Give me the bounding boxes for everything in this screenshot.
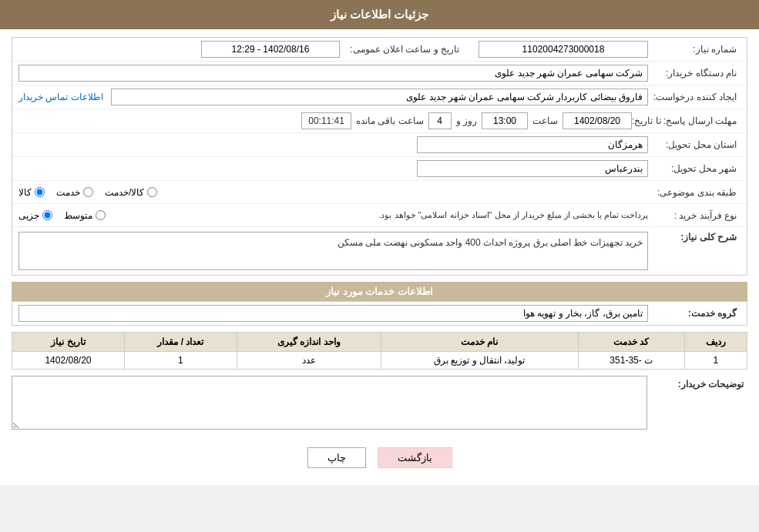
purchase-motavaset-radio[interactable] — [96, 210, 106, 220]
page-wrapper: جزئیات اطلاعات نیاز شماره نیاز: 11020042… — [0, 0, 759, 485]
print-button[interactable]: چاپ — [307, 447, 366, 468]
creator-label: ایجاد کننده درخواست: — [648, 92, 741, 102]
cell-row: 1 — [684, 352, 747, 370]
purchase-note: پرداخت تمام یا بخشی از مبلغ خریدار از مح… — [117, 210, 648, 220]
purchase-jozii-radio[interactable] — [42, 210, 52, 220]
back-button[interactable]: بازگشت — [378, 447, 452, 468]
need-number-value: 1102004273000018 — [479, 41, 648, 58]
cell-date: 1402/08/20 — [12, 352, 125, 370]
deadline-remaining: 00:11:41 — [301, 112, 351, 129]
services-section-title: اطلاعات خدمات مورد نیاز — [12, 282, 747, 301]
deadline-time: 13:00 — [482, 112, 528, 129]
category-kala-khedmat-radio[interactable] — [147, 187, 157, 197]
category-kala-khedmat[interactable]: کالا/خدمت — [105, 187, 157, 198]
category-khedmat[interactable]: خدمت — [56, 187, 93, 198]
buyer-name-label: نام دستگاه خریدار: — [648, 68, 741, 79]
main-form-section: شماره نیاز: 1102004273000018 تاریخ و ساع… — [12, 37, 747, 276]
row-buyer-comments: توضیحات خریدار: — [12, 370, 747, 438]
services-table: ردیف کد خدمت نام خدمت واحد اندازه گیری ت… — [12, 332, 747, 370]
col-quantity: تعداد / مقدار — [124, 333, 237, 352]
province-value: هرمزگان — [417, 136, 648, 153]
city-value: بندرعباس — [417, 160, 648, 177]
col-code: کد خدمت — [578, 333, 684, 352]
cell-quantity: 1 — [124, 352, 237, 370]
category-radio-group: کالا/خدمت خدمت کالا — [18, 187, 648, 198]
deadline-date: 1402/08/20 — [563, 112, 632, 129]
row-need-number: شماره نیاز: 1102004273000018 تاریخ و ساع… — [12, 38, 747, 62]
buyer-name-value: شرکت سهامی عمران شهر جدید علوی — [18, 65, 648, 82]
col-date: تاریخ نیاز — [12, 333, 125, 352]
buyer-comments-container — [12, 376, 647, 432]
category-khedmat-radio[interactable] — [83, 187, 93, 197]
col-name: نام خدمت — [381, 333, 578, 352]
footer-buttons: بازگشت چاپ — [12, 438, 747, 477]
category-label: طبقه بندی موضوعی: — [648, 187, 741, 198]
announcement-date-label: تاریخ و ساعت اعلان عمومی: — [340, 44, 463, 55]
cell-code: ت -35-351 — [578, 352, 684, 370]
purchase-motavaset[interactable]: متوسط — [64, 210, 106, 221]
deadline-days-label: روز و — [456, 115, 477, 126]
creator-value: فاروق بیضائی کاربردار شرکت سهامی عمران ش… — [111, 89, 648, 105]
cell-name: تولید، انتقال و توزیع برق — [381, 352, 578, 370]
col-unit: واحد اندازه گیری — [237, 333, 381, 352]
row-deadline: مهلت ارسال پاسخ: تا تاریخ: 1402/08/20 سا… — [12, 109, 747, 133]
category-kala-radio[interactable] — [35, 187, 45, 197]
deadline-remaining-label: ساعت باقی مانده — [356, 115, 424, 126]
row-buyer-name: نام دستگاه خریدار: شرکت سهامی عمران شهر … — [12, 62, 747, 85]
city-label: شهر محل تحویل: — [648, 163, 741, 174]
main-content: شماره نیاز: 1102004273000018 تاریخ و ساع… — [0, 29, 759, 485]
general-description-value: خرید تجهیزات خط اصلی برق پروژه احداث 400… — [18, 232, 648, 270]
page-title: جزئیات اطلاعات نیاز — [0, 0, 759, 29]
row-creator: ایجاد کننده درخواست: فاروق بیضائی کاربرد… — [12, 85, 747, 109]
need-number-label: شماره نیاز: — [648, 44, 741, 55]
deadline-days: 4 — [428, 112, 452, 129]
row-service-group: گروه خدمت: تامین برق، گاز، بخار و تهویه … — [12, 301, 747, 326]
service-group-label: گروه خدمت: — [648, 308, 741, 319]
col-row: ردیف — [684, 333, 747, 352]
row-purchase-type: نوع فرآیند خرید : پرداخت تمام یا بخشی از… — [12, 204, 747, 227]
buyer-comments-textarea[interactable] — [12, 376, 647, 430]
deadline-label: مهلت ارسال پاسخ: تا تاریخ: — [632, 115, 741, 126]
category-kala[interactable]: کالا — [18, 187, 45, 198]
purchase-type-group: پرداخت تمام یا بخشی از مبلغ خریدار از مح… — [18, 210, 648, 221]
cell-unit: عدد — [237, 352, 381, 370]
purchase-type-label: نوع فرآیند خرید : — [648, 210, 741, 221]
general-description-label: شرح کلی نیاز: — [648, 232, 741, 243]
service-group-value: تامین برق، گاز، بخار و تهویه هوا — [18, 305, 648, 322]
deadline-time-label: ساعت — [532, 115, 558, 126]
row-province: استان محل تحویل: هرمزگان — [12, 133, 747, 157]
row-general-description: شرح کلی نیاز: خرید تجهیزات خط اصلی برق پ… — [12, 227, 747, 275]
contact-link[interactable]: اطلاعات تماس خریدار — [18, 92, 103, 102]
buyer-comments-label: توضیحات خریدار: — [655, 376, 747, 390]
row-city: شهر محل تحویل: بندرعباس — [12, 157, 747, 181]
announcement-date-value: 1402/08/16 - 12:29 — [201, 41, 340, 58]
deadline-group: 1402/08/20 ساعت 13:00 روز و 4 ساعت باقی … — [18, 112, 632, 129]
row-category: طبقه بندی موضوعی: کالا/خدمت خدمت کالا — [12, 181, 747, 204]
province-label: استان محل تحویل: — [648, 139, 741, 150]
table-row: 1ت -35-351تولید، انتقال و توزیع برقعدد11… — [12, 352, 747, 370]
purchase-jozii[interactable]: جزیی — [18, 210, 52, 221]
